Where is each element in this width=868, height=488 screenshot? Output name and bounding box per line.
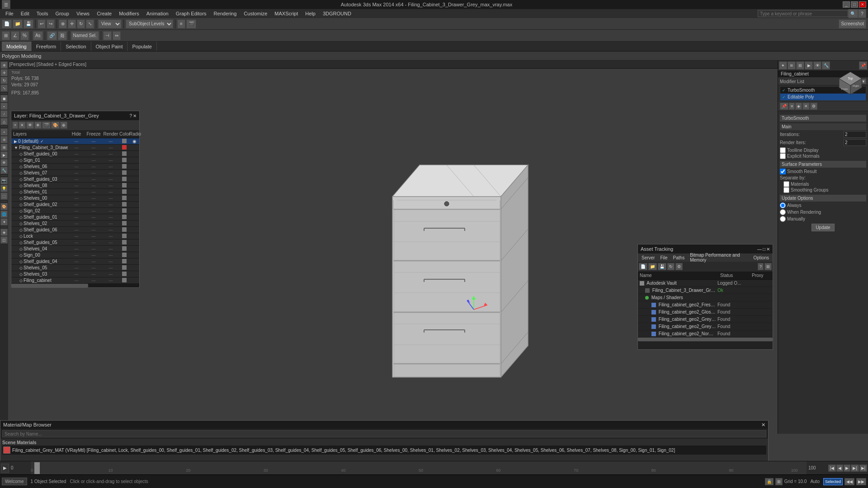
undo-btn[interactable]: ↩	[38, 19, 46, 28]
modify-tab[interactable]: ≋	[788, 61, 796, 70]
selected-btn[interactable]: Selected	[823, 478, 843, 485]
layer-row[interactable]: ◇ Sign_01 ———	[11, 157, 139, 164]
search-button[interactable]: 🔍	[848, 9, 858, 18]
search-input[interactable]	[758, 10, 848, 17]
percent-snap-btn[interactable]: %	[20, 31, 29, 40]
asset-row[interactable]: Filing_cabinet_geo2_Grey_Specular.png Fo…	[638, 323, 773, 330]
layer-btn[interactable]: ≡	[177, 19, 185, 28]
layer-row[interactable]: ◇ Shelves_02 ———	[11, 221, 139, 227]
motion-tab[interactable]: ▶	[805, 61, 813, 70]
prev-view-btn[interactable]: ◀◀	[844, 478, 854, 485]
asset-menu-bitmap[interactable]: Bitmap Performance and Memory	[687, 252, 750, 263]
redo-btn[interactable]: ↪	[47, 19, 55, 28]
asset-row[interactable]: Maps / Shaders	[638, 294, 773, 301]
layers-color-btn[interactable]: 🎨	[51, 122, 60, 129]
env-icon[interactable]: 🌐	[0, 211, 8, 218]
menu-file[interactable]: File	[2, 10, 17, 17]
configure-modifier-btn[interactable]: ⚙	[810, 103, 817, 110]
motion-icon[interactable]: ▶	[0, 151, 8, 159]
show-end-result-btn[interactable]: ≡	[789, 103, 795, 110]
asset-new-btn[interactable]: 📄	[639, 263, 647, 270]
move-icon[interactable]: ✛	[0, 69, 8, 76]
layer-row[interactable]: ◇ Shelves_07 ———	[11, 170, 139, 176]
light-icon[interactable]: 💡	[0, 185, 8, 192]
materials-checkbox[interactable]	[783, 181, 789, 187]
rotate-btn[interactable]: ↻	[77, 19, 85, 28]
menu-modifiers[interactable]: Modifiers	[115, 10, 143, 17]
render-setup-icon[interactable]: 🎨	[0, 203, 8, 210]
layer-row[interactable]: ◇ Sign_02 ———	[11, 208, 139, 214]
mode-objectpaint[interactable]: Object Paint	[91, 42, 128, 51]
screenshot-btn[interactable]: Screenshot	[839, 19, 866, 28]
link-btn[interactable]: 🔗	[47, 31, 57, 40]
layer-row[interactable]: ◇ Shelf_guides_02 ———	[11, 202, 139, 208]
minimize-button[interactable]: _	[843, 1, 850, 8]
renderiters-input[interactable]	[844, 139, 866, 146]
status-coord-btn[interactable]: ⊞	[775, 478, 783, 485]
asset-row[interactable]: Filing_cabinet_geo2_Glossiness.png Found	[638, 309, 773, 316]
space-icon[interactable]: ⬚	[0, 192, 8, 200]
camera-icon[interactable]: 📷	[0, 177, 8, 184]
asset-close-icon[interactable]: ✕	[766, 247, 770, 252]
asset-menu-paths[interactable]: Paths	[670, 255, 688, 261]
next-view-btn[interactable]: ▶▶	[856, 478, 866, 485]
create-tab[interactable]: ✦	[779, 61, 787, 70]
edge-icon[interactable]: /	[0, 110, 8, 117]
explicit-normals-checkbox[interactable]	[780, 153, 786, 159]
layers-render-btn[interactable]: 🎬	[42, 122, 51, 129]
layer-row[interactable]: ◇ Shelves_08 ———	[11, 183, 139, 189]
go-end-btn[interactable]: ▶|	[859, 465, 867, 472]
always-radio[interactable]	[780, 202, 786, 208]
utility-icon[interactable]: 🔧	[0, 167, 8, 174]
mode-modeling[interactable]: Modeling	[2, 42, 32, 51]
asset-open-btn[interactable]: 📁	[648, 263, 657, 270]
status-lock-btn[interactable]: 🔒	[765, 478, 774, 485]
layers-hide-btn[interactable]: 👁	[26, 122, 34, 129]
scale-icon[interactable]: ⤡	[0, 84, 8, 92]
mirror-btn[interactable]: ⇔	[113, 31, 121, 40]
asset-row[interactable]: Filing_cabinet_geo2_Fresnel.png Found	[638, 301, 773, 309]
asset-path-input[interactable]	[638, 342, 773, 349]
mode-selection[interactable]: Selection	[61, 42, 91, 51]
modify-icon[interactable]: ≋	[0, 136, 8, 143]
menu-tools[interactable]: Tools	[33, 10, 52, 17]
make-unique-btn[interactable]: ◈	[795, 103, 802, 110]
layers-scroll-thumb[interactable]	[11, 284, 88, 287]
align-btn[interactable]: ⊣	[103, 31, 112, 40]
smoothing-groups-checkbox[interactable]	[783, 187, 789, 193]
texture-icon[interactable]: ◫	[0, 236, 8, 244]
asset-settings-btn[interactable]: ⚙	[675, 263, 683, 270]
mb-search-input[interactable]	[2, 430, 766, 437]
layer-row[interactable]: ◇ Shelves_01 ———	[11, 189, 139, 195]
layers-help-icon[interactable]: ?	[129, 113, 132, 118]
layer-row[interactable]: ▼ Filing_Cabinet_3_Drawer_Grey — — —	[11, 145, 139, 151]
menu-rendering[interactable]: Rendering	[210, 10, 241, 17]
asset-menu-file[interactable]: File	[657, 255, 670, 261]
display-icon[interactable]: 👁	[0, 159, 8, 166]
hierarchy-icon[interactable]: ⊞	[0, 144, 8, 151]
move-btn[interactable]: ✛	[68, 19, 76, 28]
layer-row[interactable]: ◇ Shelf_guides_06 ———	[11, 227, 139, 233]
material-icon[interactable]: ◈	[0, 229, 8, 236]
pin-modifier-btn[interactable]: 📌	[780, 103, 788, 110]
help-icon[interactable]: ?	[858, 9, 866, 18]
new-btn[interactable]: 📄	[2, 19, 12, 28]
asset-restore-icon[interactable]: □	[763, 247, 765, 252]
asset-row[interactable]: Autodesk Vault Logged O...	[638, 280, 773, 287]
layer-row[interactable]: ▶ 0 (default) ✓ — — — ◉	[11, 138, 139, 145]
save-btn[interactable]: 💾	[24, 19, 33, 28]
manually-radio[interactable]	[780, 216, 786, 222]
menu-create[interactable]: Create	[93, 10, 115, 17]
menu-edit[interactable]: Edit	[17, 10, 33, 17]
layer-row[interactable]: ◇ Sign_00 ———	[11, 252, 139, 258]
open-btn[interactable]: 📁	[13, 19, 23, 28]
asset-menu-server[interactable]: Server	[639, 255, 657, 261]
asset-row[interactable]: Filing_Cabinet_3_Drawer_Grey_max_vray.ma…	[638, 287, 773, 294]
asset-minimize-icon[interactable]: —	[757, 247, 762, 252]
unlink-btn[interactable]: ⛓	[58, 31, 67, 40]
poly-icon[interactable]: ◼	[0, 95, 8, 102]
material-row[interactable]: Filing_cabinet_Grey_MAT (VRayMtl) [Filin…	[2, 446, 766, 455]
edit-btn[interactable]: As	[33, 31, 43, 40]
layer-row[interactable]: ◇ Shelf_guides_04 ———	[11, 258, 139, 265]
layers-delete-btn[interactable]: ✕	[19, 122, 26, 129]
